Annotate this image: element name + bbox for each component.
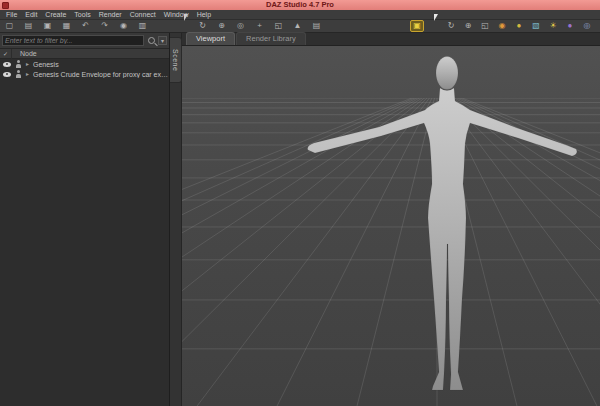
translate-tool-2-icon[interactable]: ⊕ xyxy=(461,20,475,32)
menu-window[interactable]: Window xyxy=(160,10,193,20)
expand-arrow-icon[interactable]: ► xyxy=(25,59,30,69)
figure-node-icon xyxy=(15,60,22,68)
node-label: Genesis Crude Envelope for proxy car exp… xyxy=(33,71,169,78)
render-icon[interactable]: ◉ xyxy=(117,20,130,32)
panel-tab-strip: Scene xyxy=(170,33,182,406)
viewport-tab-bar: Viewport Render Library xyxy=(182,33,600,46)
animate-tool-icon[interactable]: ● xyxy=(512,20,526,32)
render-options-icon[interactable]: ◎ xyxy=(580,20,594,32)
figure-node-icon xyxy=(15,70,22,78)
visibility-column-icon: ✓ xyxy=(0,49,12,59)
new-file-icon[interactable]: ▢ xyxy=(3,20,16,32)
view-toolbar-group: ↻ ⊕ ◎ + ◱ ▲ ▤ xyxy=(177,20,329,32)
node-selection-tool-icon[interactable] xyxy=(177,20,190,32)
scene-tree-header: ✓ Node xyxy=(0,49,169,59)
app-window: DAZ Studio 4.7 Pro File Edit Create Tool… xyxy=(0,0,600,406)
layout-icon[interactable]: ▥ xyxy=(136,20,149,32)
save-all-icon[interactable]: ▦ xyxy=(60,20,73,32)
camera-tool-icon[interactable]: ● xyxy=(563,20,577,32)
scene-panel-tab-label: Scene xyxy=(172,49,179,71)
expand-arrow-icon[interactable]: ► xyxy=(25,69,30,79)
scale-tool-2-icon[interactable]: ◱ xyxy=(478,20,492,32)
menu-file[interactable]: File xyxy=(2,10,21,20)
scale-tool-icon[interactable]: ◱ xyxy=(272,20,285,32)
redo-icon[interactable]: ↷ xyxy=(98,20,111,32)
tree-row-genesis[interactable]: ► Genesis xyxy=(0,59,169,69)
visibility-eye-icon[interactable] xyxy=(3,72,11,77)
menu-edit[interactable]: Edit xyxy=(21,10,41,20)
node-label: Genesis xyxy=(33,61,59,68)
window-title: DAZ Studio 4.7 Pro xyxy=(0,0,600,10)
undo-icon[interactable]: ↶ xyxy=(79,20,92,32)
figure-genesis[interactable] xyxy=(308,57,577,391)
tool-toolbar-group: ▣ ↻ ⊕ ◱ ◉ ● ▧ ☀ ● ◎ xyxy=(410,20,597,32)
universal-manipulator-tool-icon[interactable]: ▣ xyxy=(410,20,424,32)
main-area: ▾ ✓ Node ► Genesis ► Genesis Crude Envel… xyxy=(0,33,600,406)
search-icon[interactable] xyxy=(148,37,155,44)
menu-tools[interactable]: Tools xyxy=(70,10,94,20)
save-file-icon[interactable]: ▣ xyxy=(41,20,54,32)
translate-tool-icon[interactable]: + xyxy=(253,20,266,32)
viewport-canvas[interactable] xyxy=(182,46,600,406)
pan-view-tool-icon[interactable]: ⊕ xyxy=(215,20,228,32)
frame-view-tool-icon[interactable]: ◎ xyxy=(234,20,247,32)
active-pose-tool-icon[interactable]: ◉ xyxy=(495,20,509,32)
scene-filter-input[interactable] xyxy=(2,35,144,46)
title-bar: DAZ Studio 4.7 Pro xyxy=(0,0,600,10)
file-toolbar-group: ▢ ▤ ▣ ▦ ↶ ↷ ◉ ▥ xyxy=(3,20,155,32)
filter-menu-icon[interactable]: ▾ xyxy=(158,36,167,45)
menu-help[interactable]: Help xyxy=(193,10,215,20)
tab-render-library[interactable]: Render Library xyxy=(236,32,306,45)
scene-panel-tab[interactable]: Scene xyxy=(170,37,182,83)
orbit-view-tool-icon[interactable]: ↻ xyxy=(196,20,209,32)
tab-viewport[interactable]: Viewport xyxy=(186,32,235,45)
tree-row-genesis-crude-envelope[interactable]: ► Genesis Crude Envelope for proxy car e… xyxy=(0,69,169,79)
open-file-icon[interactable]: ▤ xyxy=(22,20,35,32)
node-cursor-tool-icon[interactable] xyxy=(427,20,441,32)
surface-selection-tool-icon[interactable]: ▧ xyxy=(529,20,543,32)
menu-connect[interactable]: Connect xyxy=(126,10,160,20)
scene-filter-row: ▾ xyxy=(0,33,169,49)
menu-create[interactable]: Create xyxy=(41,10,70,20)
view-options-icon[interactable]: ▤ xyxy=(310,20,323,32)
scene-panel: ▾ ✓ Node ► Genesis ► Genesis Crude Envel… xyxy=(0,33,170,406)
rotate-tool-icon[interactable]: ↻ xyxy=(444,20,458,32)
viewport-3d-scene xyxy=(182,46,600,406)
menu-bar: File Edit Create Tools Render Connect Wi… xyxy=(0,10,600,20)
visibility-eye-icon[interactable] xyxy=(3,62,11,67)
menu-render[interactable]: Render xyxy=(95,10,126,20)
pose-tool-icon[interactable]: ▲ xyxy=(291,20,304,32)
viewport-column: Viewport Render Library xyxy=(182,33,600,406)
light-tool-icon[interactable]: ☀ xyxy=(546,20,560,32)
node-column-label: Node xyxy=(12,50,37,57)
